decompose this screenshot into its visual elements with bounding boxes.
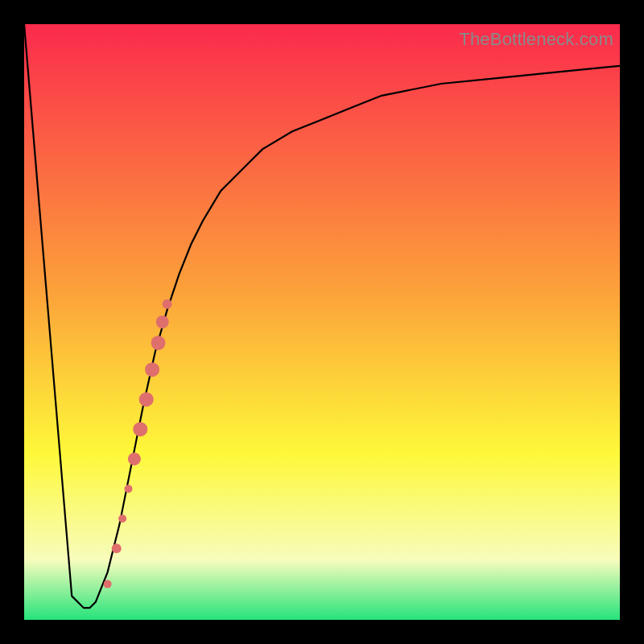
chart-frame: TheBottleneck.com [0,0,644,644]
highlight-dot [163,299,172,309]
highlight-dot [112,543,122,553]
highlight-dot [151,336,166,350]
highlight-dot [133,422,147,436]
highlight-dot [118,514,126,522]
highlight-dot [139,392,154,407]
highlight-dot [128,452,141,465]
highlight-dot [104,580,112,588]
highlight-dot [145,362,159,377]
highlight-dots [104,299,172,588]
plot-area: TheBottleneck.com [24,24,620,620]
curve-layer [24,24,620,620]
highlight-dot [156,316,169,328]
highlight-dot [125,485,133,493]
bottleneck-curve [24,24,620,608]
